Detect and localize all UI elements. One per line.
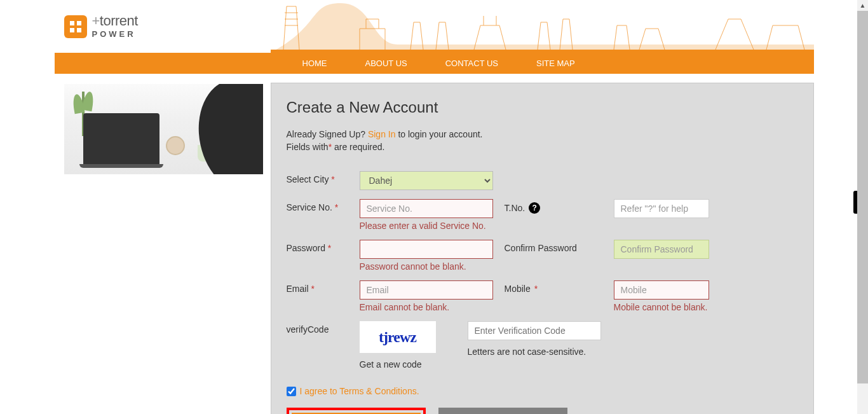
button-row: SUBMIT CLEAR: [287, 408, 798, 414]
confirm-password-input[interactable]: [614, 240, 709, 259]
nav-contact[interactable]: CONTACT US: [426, 59, 517, 68]
new-code-link[interactable]: Get a new code: [360, 359, 422, 369]
captcha-image: tjrewz: [360, 321, 436, 353]
email-error: Email cannot be blank.: [360, 302, 493, 312]
scroll-up-icon[interactable]: ▲: [857, 0, 868, 11]
nav-home[interactable]: HOME: [283, 59, 346, 68]
svg-rect-2: [70, 28, 74, 32]
brand-line2: POWER: [92, 29, 138, 39]
left-column: [55, 83, 271, 414]
sign-in-link[interactable]: Sign In: [368, 129, 396, 139]
tno-input[interactable]: [614, 199, 709, 218]
logo-icon: [64, 15, 87, 38]
logo[interactable]: +torrent POWER: [64, 14, 138, 39]
terms-checkbox[interactable]: [287, 387, 296, 396]
captcha-text: tjrewz: [379, 329, 416, 346]
verify-code-label: verifyCode: [287, 321, 360, 335]
header: +torrent POWER: [55, 0, 814, 53]
form: Select City * Dahej Service No. * Please…: [287, 171, 798, 369]
required-line: Fields with* are required.: [287, 142, 798, 152]
submit-highlight: SUBMIT: [287, 408, 426, 414]
service-no-input[interactable]: [360, 199, 493, 218]
header-illustration: [271, 0, 814, 53]
svg-rect-0: [70, 21, 74, 25]
terms-row: I agree to Terms & Conditions.: [287, 386, 798, 396]
nav-sitemap[interactable]: SITE MAP: [517, 59, 594, 68]
promo-image: [64, 84, 263, 174]
email-input[interactable]: [360, 280, 493, 300]
clear-button[interactable]: CLEAR: [438, 408, 567, 414]
content-row: Create a New Account Already Signed Up? …: [55, 83, 814, 414]
page-wrapper: +torrent POWER HOME ABOUT US: [55, 0, 814, 414]
select-city-label: Select City *: [287, 171, 360, 184]
help-icon[interactable]: ?: [529, 202, 540, 214]
nav-about[interactable]: ABOUT US: [346, 59, 426, 68]
confirm-password-label: Confirm Password: [505, 240, 614, 253]
password-input[interactable]: [360, 240, 493, 259]
mobile-input[interactable]: [614, 280, 709, 300]
svg-rect-3: [77, 28, 81, 32]
select-city-dropdown[interactable]: Dahej: [360, 171, 493, 190]
email-label: Email *: [287, 280, 360, 294]
nav-bar: HOME ABOUT US CONTACT US SITE MAP: [55, 53, 814, 74]
service-no-error: Please enter a valid Service No.: [360, 221, 493, 231]
side-tab[interactable]: [853, 191, 857, 214]
verification-code-input[interactable]: [468, 321, 601, 340]
mobile-label: Mobile *: [505, 280, 614, 294]
password-label: Password *: [287, 240, 360, 253]
mobile-error: Mobile cannot be blank.: [614, 302, 709, 312]
service-no-label: Service No. *: [287, 199, 360, 212]
scrollbar[interactable]: ▲: [857, 0, 868, 414]
tno-label: T.No. ?: [505, 199, 614, 214]
form-panel: Create a New Account Already Signed Up? …: [271, 83, 814, 414]
svg-rect-1: [77, 21, 81, 25]
case-note: Letters are not case-sensitive.: [468, 347, 798, 357]
password-error: Password cannot be blank.: [360, 261, 493, 272]
terms-link[interactable]: I agree to Terms & Conditions.: [300, 386, 419, 396]
brand-name: torrent: [100, 13, 138, 29]
already-signed-line: Already Signed Up? Sign In to login your…: [287, 129, 798, 139]
page-title: Create a New Account: [287, 99, 798, 116]
logo-text: +torrent POWER: [92, 14, 138, 39]
scrollbar-thumb[interactable]: [857, 11, 868, 383]
